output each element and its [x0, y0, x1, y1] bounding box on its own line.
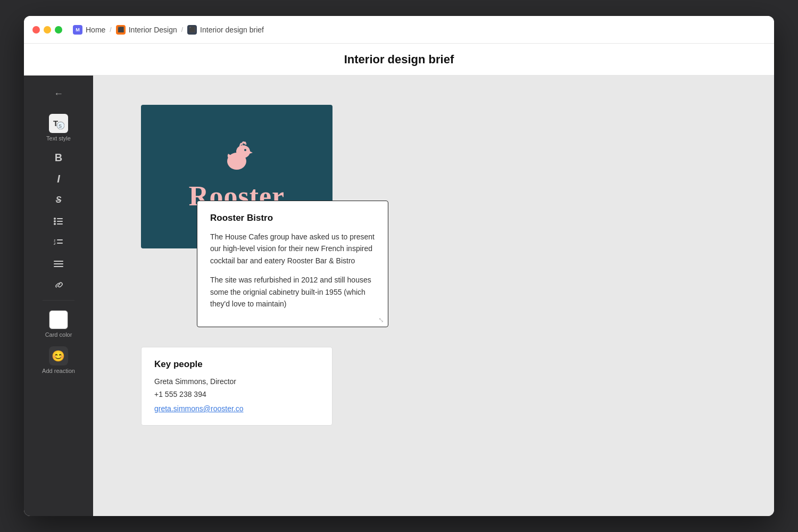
svg-rect-15: [54, 266, 63, 267]
breadcrumb-brief-label: Interior design brief: [200, 26, 264, 34]
bold-button[interactable]: B: [49, 148, 68, 167]
brief-icon: ⬛: [187, 25, 197, 35]
italic-button[interactable]: I: [49, 169, 68, 188]
key-people-email[interactable]: greta.simmons@rooster.co: [154, 404, 244, 413]
bullet-list-icon: [53, 216, 64, 227]
breadcrumb: M Home / ⬛ Interior Design / ⬛ Interior …: [73, 25, 264, 35]
svg-rect-6: [57, 221, 63, 222]
bold-icon: B: [55, 152, 62, 164]
breadcrumb-sep-1: /: [110, 26, 111, 34]
breadcrumb-interior-label: Interior Design: [129, 26, 177, 34]
align-button[interactable]: [49, 254, 68, 273]
italic-icon: I: [57, 173, 60, 185]
key-people-name: Greta Simmons, Director: [154, 377, 319, 386]
svg-text:2: 2: [53, 242, 56, 245]
sidebar: ← T S Text style B I S: [24, 76, 93, 516]
link-icon: [53, 280, 64, 290]
add-reaction-label: Add reaction: [42, 368, 75, 374]
main-area: ← T S Text style B I S: [24, 76, 774, 516]
svg-point-19: [244, 149, 246, 151]
breadcrumb-home-label: Home: [86, 26, 105, 34]
close-button[interactable]: [32, 26, 40, 34]
numbered-list-button[interactable]: 1 2: [49, 233, 68, 252]
reaction-icon: 😊: [49, 346, 68, 365]
brief-card[interactable]: Rooster Bistro The House Cafes group hav…: [197, 201, 388, 327]
add-reaction-tool[interactable]: 😊 Add reaction: [40, 344, 77, 376]
svg-rect-8: [57, 223, 63, 225]
text-style-label: Text style: [46, 135, 71, 142]
breadcrumb-brief[interactable]: ⬛ Interior design brief: [187, 25, 264, 35]
svg-point-7: [54, 223, 56, 225]
traffic-lights: [32, 26, 62, 34]
text-style-tool[interactable]: T S Text style: [35, 110, 82, 146]
app-window: M Home / ⬛ Interior Design / ⬛ Interior …: [24, 16, 774, 516]
card-color-label: Card color: [45, 331, 72, 338]
brief-card-title: Rooster Bistro: [210, 213, 375, 223]
rooster-icon: [215, 134, 258, 178]
svg-rect-4: [57, 218, 63, 219]
svg-point-17: [236, 145, 250, 158]
strikethrough-button[interactable]: S: [49, 190, 68, 210]
brief-card-paragraph2: The site was refurbished in 2012 and sti…: [210, 274, 375, 310]
home-icon: M: [73, 25, 82, 35]
key-people-phone: +1 555 238 394: [154, 390, 319, 398]
bullet-list-button[interactable]: [49, 212, 68, 231]
breadcrumb-home[interactable]: M Home: [73, 25, 105, 35]
minimize-button[interactable]: [44, 26, 51, 34]
svg-point-3: [54, 218, 56, 220]
canvas-area: Rooster BAR & BISTRO Rooster Bistro The …: [93, 76, 774, 516]
align-icon: [53, 259, 64, 269]
page-title: Interior design brief: [344, 53, 454, 66]
back-button[interactable]: ←: [49, 84, 68, 103]
breadcrumb-sep-2: /: [181, 26, 183, 34]
card-color-tool[interactable]: Card color: [35, 306, 82, 342]
svg-rect-14: [54, 263, 63, 264]
strikethrough-icon: S: [56, 195, 62, 205]
numbered-list-icon: 1 2: [53, 237, 64, 248]
svg-marker-18: [250, 151, 253, 154]
interior-icon: ⬛: [116, 25, 126, 35]
svg-rect-10: [57, 239, 63, 240]
breadcrumb-interior[interactable]: ⬛ Interior Design: [116, 25, 177, 35]
titlebar: M Home / ⬛ Interior Design / ⬛ Interior …: [24, 16, 774, 44]
text-style-icon: T S: [49, 114, 68, 133]
page-title-bar: Interior design brief: [24, 44, 774, 76]
key-people-card: Key people Greta Simmons, Director +1 55…: [141, 347, 332, 426]
maximize-button[interactable]: [55, 26, 62, 34]
card-color-swatch[interactable]: [49, 310, 68, 329]
back-icon: ←: [54, 88, 63, 99]
key-people-title: Key people: [154, 359, 319, 370]
svg-rect-13: [54, 261, 63, 262]
sidebar-divider-1: [43, 300, 74, 301]
brief-card-paragraph1: The House Cafes group have asked us to p…: [210, 231, 375, 267]
svg-text:S: S: [59, 123, 62, 129]
link-button[interactable]: [49, 276, 68, 295]
resize-handle[interactable]: ⤡: [378, 316, 384, 324]
svg-rect-12: [57, 243, 63, 244]
svg-point-5: [54, 220, 56, 222]
